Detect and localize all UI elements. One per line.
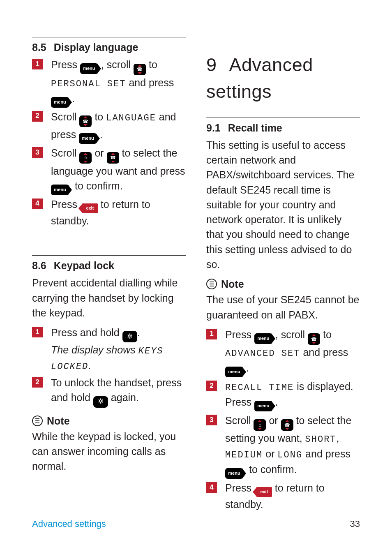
- step: 4 Press exit to return to standby.: [206, 480, 360, 512]
- steps-8-5: 1 Press menu, scroll ☎ to PERSONAL SET a…: [32, 57, 186, 228]
- step-text: .: [246, 362, 249, 374]
- step: 2 To unlock the handset, press and hold …: [32, 375, 186, 408]
- step-number-badge: 2: [32, 111, 43, 122]
- left-column: 8.5Display language 1 Press menu, scroll…: [32, 37, 186, 517]
- chapter-number: 9: [206, 54, 217, 75]
- right-column: 9Advanced settings 9.1Recall time This s…: [206, 37, 360, 517]
- lcd-text: PERSONAL SET: [51, 79, 126, 89]
- note-icon: [32, 416, 43, 426]
- note-heading: Note: [206, 277, 360, 291]
- scroll-up-key-icon: ⌂: [254, 419, 266, 431]
- step-number-badge: 2: [206, 381, 217, 391]
- menu-key-icon: menu: [80, 63, 98, 74]
- step-text: or: [263, 448, 277, 459]
- result-text: The display shows: [51, 344, 138, 355]
- footer-title: Advanced settings: [32, 519, 106, 529]
- step-text: and press: [300, 346, 348, 358]
- note-label: Note: [47, 413, 70, 428]
- step-text: Scroll: [51, 147, 79, 159]
- scroll-down-key-icon: ☎: [134, 64, 146, 75]
- step-text: Press: [225, 482, 254, 494]
- section-rule: [32, 255, 186, 256]
- step-text: ,: [337, 432, 339, 444]
- section-heading-8-6: 8.6Keypad lock: [32, 258, 186, 273]
- star-key-icon: ✲: [93, 396, 108, 408]
- exit-key-icon: exit: [256, 487, 272, 497]
- step-text: Press: [51, 59, 80, 70]
- lcd-text: LANGUAGE: [106, 113, 156, 123]
- step-number-badge: 1: [32, 59, 43, 69]
- two-column-layout: 8.5Display language 1 Press menu, scroll…: [0, 0, 392, 517]
- page-footer: Advanced settings 33: [32, 519, 360, 529]
- section-heading-9-1: 9.1Recall time: [206, 120, 360, 135]
- step-text: .: [72, 92, 75, 104]
- lcd-text: LONG: [277, 450, 302, 460]
- step-number-badge: 1: [206, 329, 217, 339]
- lcd-text: SHORT: [305, 434, 337, 445]
- step: 1 Press menu, scroll ☎ to PERSONAL SET a…: [32, 57, 186, 107]
- step-text: to: [320, 329, 332, 340]
- step-text: .: [100, 129, 103, 140]
- footer-page-number: 33: [350, 519, 360, 529]
- step-text: Scroll: [225, 415, 254, 426]
- step-number-badge: 4: [206, 482, 217, 493]
- scroll-down-key-icon: ☎: [107, 152, 119, 164]
- menu-key-icon: menu: [254, 401, 272, 411]
- step: 3 Scroll ⌂ or ☎ to select the language y…: [32, 145, 186, 195]
- step-text: or: [266, 415, 281, 426]
- section-title: Keypad lock: [54, 260, 114, 271]
- step-text: , scroll: [275, 329, 308, 340]
- step-number-badge: 3: [206, 415, 217, 425]
- step-text: and press: [302, 448, 350, 459]
- note-label: Note: [221, 277, 244, 291]
- step-number-badge: 4: [32, 199, 43, 209]
- steps-9-1: 1 Press menu, scroll ☎ to ADVANCED SET a…: [206, 327, 360, 512]
- exit-key-icon: exit: [82, 203, 98, 213]
- step-text: .: [137, 327, 140, 338]
- step-text: Press: [225, 329, 254, 340]
- menu-key-icon: menu: [225, 367, 243, 377]
- section-heading-8-5: 8.5Display language: [32, 40, 186, 55]
- step-text: to: [92, 111, 106, 122]
- star-key-icon: ✲: [122, 331, 137, 342]
- step: 1 Press menu, scroll ☎ to ADVANCED SET a…: [206, 327, 360, 377]
- step-number-badge: 2: [32, 377, 43, 388]
- section-number: 9.1: [206, 122, 221, 134]
- step-result: The display shows KEYS LOCKED.: [51, 344, 163, 371]
- step-text: Press: [51, 199, 80, 210]
- scroll-down-key-icon: ☎: [79, 115, 92, 127]
- lcd-text: ADVANCED SET: [225, 349, 300, 359]
- note-heading: Note: [32, 413, 186, 428]
- step-text: to: [146, 59, 157, 70]
- menu-key-icon: menu: [51, 185, 69, 195]
- lcd-text: RECALL TIME: [225, 383, 294, 393]
- step: 4 Press exit to return to standby.: [32, 197, 186, 228]
- menu-key-icon: menu: [51, 97, 69, 108]
- section-number: 8.5: [32, 42, 46, 53]
- scroll-down-key-icon: ☎: [281, 419, 293, 431]
- note-body: While the keypad is locked, you can answ…: [32, 429, 186, 474]
- scroll-up-key-icon: ⌂: [79, 152, 92, 164]
- step-text: Scroll: [51, 111, 79, 122]
- result-text: .: [88, 360, 91, 371]
- step-number-badge: 3: [32, 147, 43, 158]
- document-page: 8.5Display language 1 Press menu, scroll…: [0, 0, 392, 554]
- scroll-down-key-icon: ☎: [308, 333, 320, 345]
- step-text: to confirm.: [246, 464, 297, 475]
- section-rule: [32, 37, 186, 37]
- chapter-heading: 9Advanced settings: [206, 51, 360, 105]
- section-title: Display language: [54, 42, 138, 53]
- section-intro: This setting is useful to access certain…: [206, 138, 360, 272]
- menu-key-icon: menu: [254, 333, 272, 344]
- section-number: 8.6: [32, 260, 46, 271]
- step-text: Press and hold: [51, 327, 122, 338]
- menu-key-icon: menu: [79, 133, 97, 144]
- step-text: .: [275, 396, 278, 408]
- chapter-title: Advanced settings: [206, 54, 313, 102]
- section-rule: [206, 118, 360, 118]
- section-title: Recall time: [228, 122, 282, 134]
- steps-8-6: 1 Press and hold ✲. The display shows KE…: [32, 325, 186, 408]
- note-body: The use of your SE245 cannot be guarante…: [206, 292, 360, 322]
- section-intro: Prevent accidental dialling while carryi…: [32, 275, 186, 320]
- step-number-badge: 1: [32, 327, 43, 337]
